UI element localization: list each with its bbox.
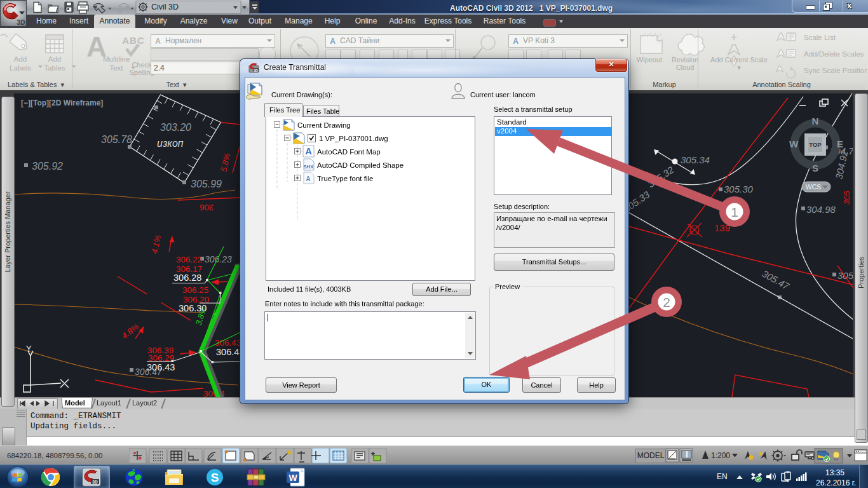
svg-text:305.47: 305.47 <box>761 268 792 292</box>
svg-text:A: A <box>305 146 311 156</box>
svg-text:SHX: SHX <box>304 164 313 170</box>
svg-text:306.28: 306.28 <box>173 273 201 283</box>
svg-text:306: 306 <box>200 203 214 212</box>
svg-text:305.32: 305.32 <box>646 164 676 190</box>
svg-text:Add: Add <box>48 55 61 63</box>
svg-text:5.8%: 5.8% <box>219 152 232 173</box>
svg-text:306.25: 306.25 <box>182 285 208 295</box>
svg-text:306.30: 306.30 <box>179 303 207 313</box>
svg-text:303.20: 303.20 <box>160 122 191 133</box>
svg-text:WCS: WCS <box>806 183 822 191</box>
svg-text:E: E <box>837 139 843 149</box>
svg-text:4.8%: 4.8% <box>120 322 141 341</box>
svg-text:3D: 3D <box>254 69 258 72</box>
svg-text:1:200: 1:200 <box>711 451 730 460</box>
svg-text:305.34: 305.34 <box>681 154 710 165</box>
svg-text:Y: Y <box>26 344 32 353</box>
svg-text:304.98: 304.98 <box>806 204 836 215</box>
svg-text:305.92: 305.92 <box>32 161 63 172</box>
svg-text:3D: 3D <box>17 19 25 26</box>
svg-text:Add: Add <box>14 55 27 63</box>
svg-text:139: 139 <box>714 222 730 233</box>
svg-text:W: W <box>288 473 297 483</box>
svg-text:305.30: 305.30 <box>724 184 754 194</box>
svg-text:AutoCAD Compiled Shape: AutoCAD Compiled Shape <box>317 161 403 169</box>
svg-text:Sync Scale Positions: Sync Scale Positions <box>804 67 867 74</box>
svg-text:S: S <box>211 471 219 484</box>
svg-text:ABC: ABC <box>122 35 145 46</box>
svg-text:N: N <box>812 116 819 126</box>
svg-text:TOP: TOP <box>809 141 822 148</box>
svg-text:306.23: 306.23 <box>205 254 232 264</box>
svg-text:305.78: 305.78 <box>101 134 132 145</box>
svg-text:A: A <box>330 37 336 45</box>
svg-text:TrueType font file: TrueType font file <box>317 175 373 182</box>
svg-text:305.99: 305.99 <box>191 179 222 189</box>
svg-text:306.22: 306.22 <box>176 255 202 264</box>
svg-text:4.1%: 4.1% <box>149 234 163 255</box>
svg-text:AutoCAD Font Map: AutoCAD Font Map <box>317 148 381 156</box>
svg-text:1 VP_PI-037001.dwg: 1 VP_PI-037001.dwg <box>319 135 388 142</box>
svg-text:A: A <box>306 175 310 182</box>
svg-text:A: A <box>513 37 519 45</box>
svg-text:3D: 3D <box>92 480 98 484</box>
svg-text:Add/Delete Scales: Add/Delete Scales <box>804 50 864 58</box>
svg-text:W: W <box>789 139 799 149</box>
svg-text:Labels: Labels <box>10 64 31 72</box>
svg-text:Scale List: Scale List <box>804 34 836 41</box>
svg-text:306.43: 306.43 <box>147 362 175 372</box>
svg-text:S: S <box>812 163 818 173</box>
svg-text:A: A <box>155 37 161 45</box>
svg-text:305.4: 305.4 <box>837 270 853 281</box>
svg-text:Current Drawing: Current Drawing <box>297 121 351 129</box>
svg-text:Tables: Tables <box>44 64 65 72</box>
svg-text:изкоп: изкоп <box>157 138 184 149</box>
